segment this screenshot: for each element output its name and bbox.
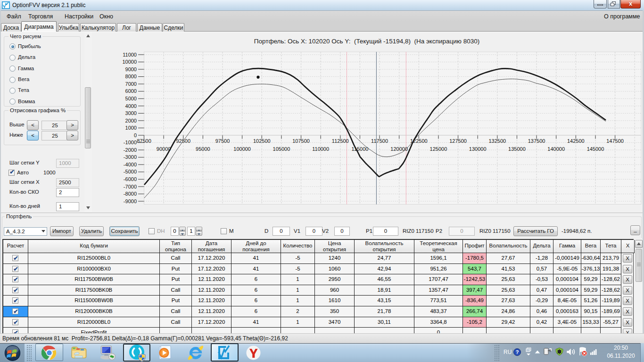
svg-text:-8000: -8000 [124,191,137,197]
svg-text:2000: 2000 [125,118,137,123]
svg-text:9000: 9000 [125,66,137,72]
svg-text:4000: 4000 [125,103,137,109]
svg-text:5000: 5000 [125,96,137,101]
svg-text:3000: 3000 [125,110,137,116]
svg-text:117500: 117500 [371,138,388,144]
svg-text:145000: 145000 [587,146,604,152]
svg-text:-6000: -6000 [124,176,137,182]
svg-text:125000: 125000 [430,146,447,152]
svg-text:132500: 132500 [488,138,506,144]
svg-text:142500: 142500 [567,138,585,144]
svg-text:7000: 7000 [125,81,137,87]
svg-text:127500: 127500 [449,138,467,144]
svg-text:95000: 95000 [196,146,210,152]
svg-text:97500: 97500 [215,138,230,144]
svg-text:110000: 110000 [312,146,329,152]
svg-text:-5000: -5000 [124,169,137,174]
svg-text:102500: 102500 [253,138,271,144]
svg-text:135000: 135000 [508,146,526,152]
svg-text:0: 0 [134,132,137,138]
svg-text:107500: 107500 [292,138,310,144]
svg-text:-2000: -2000 [124,147,137,153]
svg-text:11000: 11000 [123,52,137,58]
svg-text:?: ? [516,349,519,355]
svg-text:-1000: -1000 [124,140,137,145]
svg-text:130000: 130000 [469,146,487,152]
svg-text:1000: 1000 [125,125,137,131]
svg-text:-7000: -7000 [124,184,137,189]
svg-text:112500: 112500 [332,138,349,144]
svg-text:10000: 10000 [122,59,137,65]
svg-text:Портфель: Ось X: 102020 Ось Y:: Портфель: Ось X: 102020 Ось Y: (Текущий … [254,38,479,45]
svg-text:-9000: -9000 [124,198,137,204]
svg-text:6000: 6000 [125,88,137,94]
svg-text:-4000: -4000 [124,162,137,167]
svg-text:100000: 100000 [233,146,251,152]
svg-text:147500: 147500 [606,138,624,144]
svg-text:115000: 115000 [351,146,368,152]
svg-text:140000: 140000 [547,146,565,152]
svg-text:87500: 87500 [137,138,151,144]
svg-text:120000: 120000 [390,146,408,152]
svg-text:137500: 137500 [528,138,545,144]
svg-text:105000: 105000 [273,146,290,152]
svg-text:-3000: -3000 [124,154,137,160]
svg-text:8000: 8000 [125,74,137,79]
